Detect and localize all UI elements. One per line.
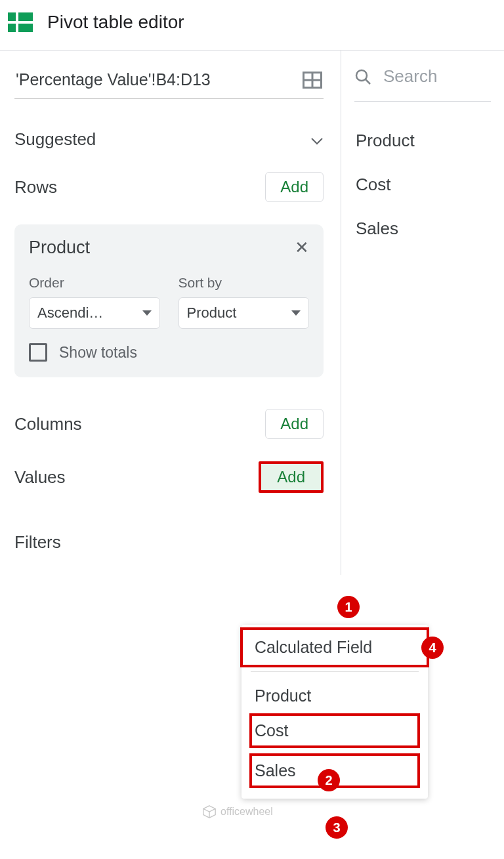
rows-label: Rows xyxy=(14,177,57,198)
search-row[interactable]: Search xyxy=(354,66,491,102)
annotation-badge-2: 2 xyxy=(318,769,340,791)
data-range-input[interactable]: 'Percentage Value'!B4:D13 xyxy=(16,70,211,89)
order-value: Ascendi… xyxy=(37,304,103,322)
show-totals-label: Show totals xyxy=(59,344,137,362)
svg-point-0 xyxy=(356,70,367,81)
annotation-badge-1: 1 xyxy=(337,596,360,618)
sortby-select[interactable]: Product xyxy=(178,297,310,329)
add-values-button[interactable]: Add xyxy=(259,461,324,493)
field-sales[interactable]: Sales xyxy=(354,207,491,251)
popover-item-cost[interactable]: Cost xyxy=(251,715,419,747)
order-select[interactable]: Ascendi… xyxy=(29,297,160,329)
order-control: Order Ascendi… xyxy=(29,275,160,329)
dropdown-icon xyxy=(142,310,152,316)
popover-item-product[interactable]: Product xyxy=(242,677,428,715)
order-label: Order xyxy=(29,275,160,291)
editor-header: Pivot table editor xyxy=(0,0,504,50)
show-totals-checkbox[interactable] xyxy=(29,343,47,362)
filters-label: Filters xyxy=(14,532,61,553)
watermark: officewheel xyxy=(202,805,273,819)
values-section-header: Values Add xyxy=(14,461,324,493)
values-label: Values xyxy=(14,467,66,488)
suggested-section[interactable]: Suggested xyxy=(14,129,324,150)
rows-section-header: Rows Add xyxy=(14,172,324,202)
sortby-control: Sort by Product xyxy=(178,275,310,329)
field-cost[interactable]: Cost xyxy=(354,163,491,207)
svg-line-1 xyxy=(366,79,370,84)
filters-section-header: Filters xyxy=(14,532,324,553)
add-rows-button[interactable]: Add xyxy=(265,172,324,202)
chevron-down-icon xyxy=(310,136,324,144)
fields-panel: Search Product Cost Sales xyxy=(341,51,504,575)
suggested-label: Suggested xyxy=(14,129,96,150)
search-input[interactable]: Search xyxy=(383,66,437,87)
close-icon[interactable]: ✕ xyxy=(295,238,309,258)
data-range-row: 'Percentage Value'!B4:D13 xyxy=(14,66,324,99)
popover-divider xyxy=(251,671,419,672)
show-totals-row[interactable]: Show totals xyxy=(29,343,309,362)
sheets-icon xyxy=(8,12,33,32)
annotation-badge-4: 4 xyxy=(421,637,444,659)
columns-label: Columns xyxy=(14,414,82,434)
row-field-card: Product ✕ Order Ascendi… Sort by xyxy=(14,224,324,377)
editor-title: Pivot table editor xyxy=(47,12,184,33)
annotation-badge-3: 3 xyxy=(326,816,348,839)
select-range-icon[interactable] xyxy=(303,72,322,89)
dropdown-icon xyxy=(291,310,301,316)
sortby-label: Sort by xyxy=(178,275,310,291)
pivot-config-panel: 'Percentage Value'!B4:D13 Suggested Rows… xyxy=(0,51,341,575)
popover-calculated-field[interactable]: Calculated Field xyxy=(242,629,428,666)
add-columns-button[interactable]: Add xyxy=(265,409,324,439)
search-icon xyxy=(354,68,371,85)
field-product[interactable]: Product xyxy=(354,119,491,163)
columns-section-header: Columns Add xyxy=(14,409,324,439)
sortby-value: Product xyxy=(187,304,237,322)
row-field-title: Product xyxy=(29,238,90,258)
